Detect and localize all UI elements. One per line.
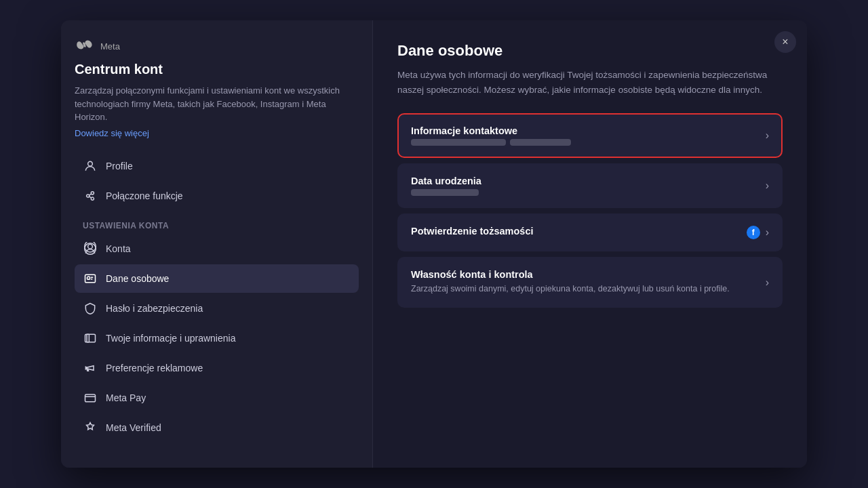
person-icon (83, 159, 98, 174)
svg-line-4 (89, 194, 91, 195)
nav-item-meta-verified[interactable]: Meta Verified (75, 413, 359, 442)
settings-item-title: Data urodzenia (411, 176, 766, 186)
nav-item-dane-osobowe[interactable]: Dane osobowe (75, 264, 359, 293)
nav-label-twoje-info: Twoje informacje i uprawnienia (106, 333, 235, 344)
chevron-right-icon: › (766, 129, 769, 142)
settings-item-title: Potwierdzenie tożsamości (411, 226, 747, 237)
redacted-bar-3 (411, 189, 479, 196)
id-card-icon (83, 271, 98, 286)
settings-item-title: Informacje kontaktowe (411, 125, 766, 136)
svg-rect-12 (87, 334, 89, 342)
section-label: Ustawienia konta (75, 211, 359, 235)
nav-label-meta-verified: Meta Verified (106, 422, 161, 433)
svg-point-10 (87, 277, 90, 279)
main-description: Meta używa tych informacji do weryfikacj… (397, 68, 783, 97)
meta-text: Meta (100, 41, 120, 52)
redacted-bar-2 (510, 139, 571, 146)
main-content: Dane osobowe Meta używa tych informacji … (373, 20, 807, 468)
modal-container: Meta Centrum kont Zarządzaj połączonymi … (61, 20, 807, 468)
card-icon (83, 390, 98, 405)
settings-item-right: f › (747, 226, 769, 239)
settings-item-subtitle (411, 139, 766, 146)
redacted-bar-1 (411, 139, 506, 146)
svg-point-2 (91, 191, 94, 194)
sidebar: Meta Centrum kont Zarządzaj połączonymi … (61, 20, 373, 468)
nav-label-dane-osobowe: Dane osobowe (106, 273, 169, 284)
main-title: Dane osobowe (397, 42, 783, 60)
shield-icon (83, 301, 98, 316)
svg-rect-13 (85, 394, 96, 402)
svg-line-5 (89, 196, 91, 197)
nav-label-konta: Konta (106, 243, 131, 254)
settings-item-right: › (766, 180, 769, 192)
sidebar-description: Zarządzaj połączonymi funkcjami i ustawi… (75, 84, 359, 124)
chevron-right-icon: › (766, 277, 769, 289)
settings-item-informacje-kontaktowe[interactable]: Informacje kontaktowe › (397, 113, 783, 158)
nav-item-haslo[interactable]: Hasło i zabezpieczenia (75, 294, 359, 323)
settings-item-title: Własność konta i kontrola (411, 269, 766, 280)
settings-item-potwierdzenie[interactable]: Potwierdzenie tożsamości f › (397, 214, 783, 251)
megaphone-icon (83, 361, 98, 375)
settings-item-desc: Zarządzaj swoimi danymi, edytuj opiekuna… (411, 283, 766, 296)
chevron-right-icon: › (766, 180, 769, 192)
nav-label-connected: Połączone funkcje (106, 190, 183, 201)
close-button[interactable]: × (774, 31, 796, 53)
chevron-right-icon: › (766, 226, 769, 239)
svg-point-3 (91, 197, 94, 200)
meta-logo: Meta (75, 39, 359, 54)
svg-point-6 (88, 244, 93, 249)
nav-label-preferencje: Preferencje reklamowe (106, 363, 203, 373)
settings-item-right: › (766, 277, 769, 289)
account-icon (83, 241, 98, 256)
settings-item-wlasnosc-konta[interactable]: Własność konta i kontrola Zarządzaj swoi… (397, 257, 783, 308)
facebook-icon: f (747, 226, 760, 239)
nav-item-preferencje[interactable]: Preferencje reklamowe (75, 354, 359, 382)
settings-item-subtitle (411, 189, 766, 196)
nav-item-twoje-info[interactable]: Twoje informacje i uprawnienia (75, 324, 359, 352)
svg-point-0 (88, 161, 93, 166)
nav-label-profile: Profile (106, 161, 133, 171)
nav-label-haslo: Hasło i zabezpieczenia (106, 303, 203, 314)
nav-item-profile[interactable]: Profile (75, 152, 359, 180)
connected-icon (83, 188, 98, 203)
settings-item-data-urodzenia[interactable]: Data urodzenia › (397, 163, 783, 208)
info-badge-icon (83, 331, 98, 346)
learn-more-link[interactable]: Dowiedz się więcej (75, 128, 359, 138)
verified-icon (83, 420, 98, 435)
settings-item-left: Informacje kontaktowe (411, 125, 766, 146)
settings-item-left: Własność konta i kontrola Zarządzaj swoi… (411, 269, 766, 296)
nav-label-meta-pay: Meta Pay (106, 392, 146, 403)
nav-item-meta-pay[interactable]: Meta Pay (75, 384, 359, 412)
meta-logo-icon (75, 39, 96, 54)
nav-item-konta[interactable]: Konta (75, 235, 359, 263)
nav-item-connected[interactable]: Połączone funkcje (75, 182, 359, 210)
sidebar-title: Centrum kont (75, 62, 359, 77)
settings-item-left: Data urodzenia (411, 176, 766, 196)
settings-item-right: › (766, 129, 769, 142)
settings-item-left: Potwierdzenie tożsamości (411, 226, 747, 239)
